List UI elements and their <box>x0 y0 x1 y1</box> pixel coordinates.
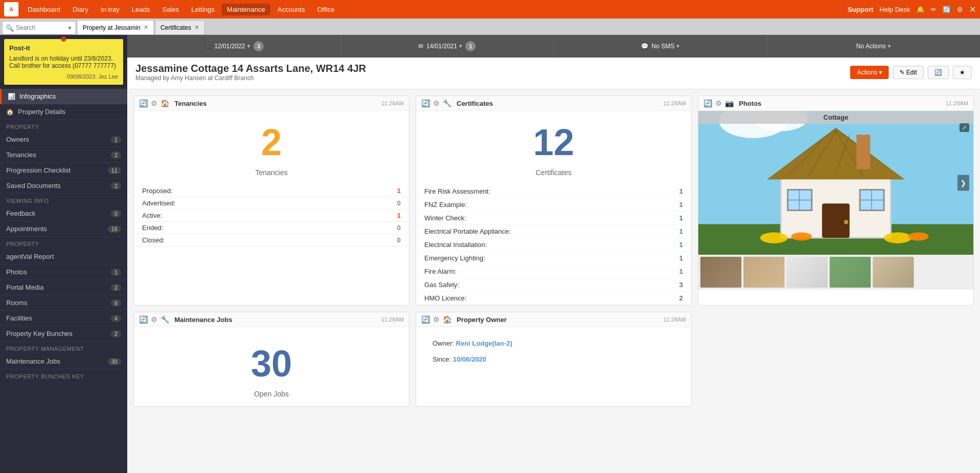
sidebar-item-tenancies[interactable]: Tenancies 2 <box>0 147 127 163</box>
nav-dashboard[interactable]: Dashboard <box>23 4 66 15</box>
photo-nav-right-button[interactable]: ❯ <box>957 175 969 191</box>
cert-fa-val: 1 <box>679 268 683 275</box>
photo-thumb-1[interactable] <box>700 257 741 288</box>
nav-intray[interactable]: In-tray <box>95 4 125 15</box>
settings-icon-nav[interactable]: ⚙ <box>957 6 963 13</box>
star-button[interactable]: ★ <box>953 66 972 79</box>
sidebar-item-owners[interactable]: Owners 1 <box>0 132 127 147</box>
property-details-label: Property Details <box>18 108 65 116</box>
photo-thumb-3[interactable] <box>787 257 828 288</box>
property-header-top: Jessamine Cottage 14 Assarts Lane, WR14 … <box>135 63 972 82</box>
search-input[interactable] <box>16 24 67 31</box>
cert-fa: Fire Alarm: 1 <box>416 265 691 278</box>
search-tab[interactable]: 🔍 ▼ <box>2 21 76 34</box>
owner-widget-title: Property Owner <box>457 316 507 324</box>
sidebar-item-portal-media[interactable]: Portal Media 2 <box>0 280 127 295</box>
tab-property[interactable]: Property at Jessamin ✕ <box>77 20 154 34</box>
timeline-actions-date: No Actions + <box>856 43 891 50</box>
stat-proposed: Proposed: 1 <box>134 185 409 197</box>
edit-icon-nav[interactable]: ✏ <box>931 6 936 13</box>
refresh-maint-icon[interactable]: 🔄 <box>139 315 148 324</box>
refresh-photos-icon[interactable]: 🔄 <box>703 99 712 107</box>
nav-leads[interactable]: Leads <box>127 4 155 15</box>
maintenance-header-icons: 🔄 ⚙ 🔧 Maintenance Jobs <box>139 315 232 324</box>
refresh-tenancies-icon[interactable]: 🔄 <box>139 99 148 107</box>
timeline-phone-date: 12/01/2022 + <box>214 43 250 50</box>
photo-thumb-4[interactable] <box>830 257 871 288</box>
cert-fire-risk: Fire Risk Assessment: 1 <box>416 185 691 198</box>
sidebar-item-maintenance-jobs[interactable]: Maintenance Jobs 30 <box>0 354 127 369</box>
close-icon-nav[interactable]: ✕ <box>969 5 976 14</box>
tab-property-label: Property at Jessamin <box>83 24 141 31</box>
cert-epa-label: Electrical Portable Appliance: <box>424 228 511 235</box>
email-icon: ✉ <box>418 43 423 50</box>
support-link[interactable]: ❓ Support <box>837 6 873 13</box>
portal-media-label: Portal Media <box>6 283 44 291</box>
timeline-actions[interactable]: No Actions + <box>767 35 980 58</box>
wrench-maint-icon: 🔧 <box>161 315 169 324</box>
maintenance-widget-header: 🔄 ⚙ 🔧 Maintenance Jobs 11:28AM <box>134 312 409 327</box>
timeline-bar: 📞 12/01/2022 + 3 ✉ 14/01/2021 + 1 💬 No S… <box>127 35 980 58</box>
chart-icon: 📊 <box>8 93 15 100</box>
photos-widget-title: Photos <box>739 100 761 107</box>
owner-header-icons: 🔄 ⚙ 🏠 Property Owner <box>421 315 507 324</box>
sidebar-item-rooms[interactable]: Rooms 6 <box>0 295 127 311</box>
settings-maint-icon[interactable]: ⚙ <box>151 315 158 324</box>
sidebar-item-saved-documents[interactable]: Saved Documents 2 <box>0 178 127 194</box>
sidebar-item-appointments[interactable]: Appointments 16 <box>0 221 127 237</box>
sidebar-item-facilities[interactable]: Facilities 4 <box>0 311 127 326</box>
nav-maintenance[interactable]: Maintenance <box>222 4 270 15</box>
since-row: Since: 10/06/2020 <box>424 351 683 367</box>
nav-office[interactable]: Office <box>312 4 340 15</box>
timeline-phone[interactable]: 📞 12/01/2022 + 3 <box>127 35 341 58</box>
postit-content: Landlord is on holiday until 23/8/2023. … <box>9 55 118 69</box>
owner-name-link[interactable]: Reni Lodge(Ian-2) <box>456 339 513 347</box>
tab-certificates-close[interactable]: ✕ <box>194 24 199 31</box>
nav-accounts[interactable]: Accounts <box>272 4 310 15</box>
refresh-button[interactable]: 🔄 <box>928 66 949 79</box>
edit-button[interactable]: ✎ Edit <box>893 66 924 79</box>
photo-thumb-5[interactable] <box>873 257 914 288</box>
sidebar-section-property: Property <box>0 120 127 132</box>
refresh-icon-nav[interactable]: 🔄 <box>943 6 951 13</box>
settings-certs-icon[interactable]: ⚙ <box>433 99 440 107</box>
refresh-owner-icon[interactable]: 🔄 <box>421 315 430 324</box>
sidebar-item-property-details[interactable]: 🏠 Property Details <box>0 104 127 120</box>
sidebar-item-agentval[interactable]: agentVal Report <box>0 249 127 264</box>
wrench-certs-icon: 🔧 <box>443 99 452 107</box>
timeline-sms[interactable]: 💬 No SMS + <box>554 35 768 58</box>
tenancies-label: Tenancies <box>6 151 36 159</box>
tenancies-header-icons: 🔄 ⚙ 🏠 Tenancies <box>139 99 207 107</box>
dropdown-arrow-icon[interactable]: ▼ <box>67 25 72 31</box>
portal-media-badge: 2 <box>111 284 121 291</box>
nav-lettings[interactable]: Lettings <box>186 4 220 15</box>
sidebar-item-progression-checklist[interactable]: Progression Checklist 11 <box>0 163 127 178</box>
settings-tenancies-icon[interactable]: ⚙ <box>151 99 158 107</box>
sidebar-item-property-key-bunches[interactable]: Property Key Bunches 2 <box>0 326 127 342</box>
timeline-phone-badge: 3 <box>253 41 264 51</box>
certificates-widget-title: Certificates <box>457 100 493 107</box>
actions-button[interactable]: Actions ▾ <box>850 66 889 79</box>
photo-thumb-2[interactable] <box>743 257 785 288</box>
since-date-link[interactable]: 10/06/2020 <box>453 355 486 363</box>
settings-owner-icon[interactable]: ⚙ <box>433 315 440 324</box>
sidebar-item-photos[interactable]: Photos 1 <box>0 264 127 280</box>
sidebar-section-viewing-info: Viewing Info <box>0 194 127 206</box>
stat-closed-label: Closed: <box>142 236 165 244</box>
tab-property-close[interactable]: ✕ <box>144 24 148 31</box>
settings-photos-icon[interactable]: ⚙ <box>715 99 722 107</box>
nav-sales[interactable]: Sales <box>157 4 184 15</box>
sidebar-item-infographics[interactable]: 📊 Infographics <box>0 89 127 104</box>
facilities-label: Facilities <box>6 314 32 322</box>
help-desk-link[interactable]: Help Desk <box>879 6 910 13</box>
property-title: Jessamine Cottage 14 Assarts Lane, WR14 … <box>135 63 366 82</box>
postit-title: Post-it <box>9 44 118 52</box>
photo-expand-button[interactable]: ⤢ <box>959 123 969 132</box>
refresh-certs-icon[interactable]: 🔄 <box>421 99 430 107</box>
tab-certificates[interactable]: Certificates ✕ <box>155 20 205 34</box>
stat-ended-label: Ended: <box>142 224 163 232</box>
bell-icon[interactable]: 🔔 <box>916 6 925 13</box>
timeline-email[interactable]: ✉ 14/01/2021 + 1 <box>341 35 554 58</box>
nav-diary[interactable]: Diary <box>68 4 93 15</box>
sidebar-item-feedback[interactable]: Feedback 0 <box>0 206 127 221</box>
